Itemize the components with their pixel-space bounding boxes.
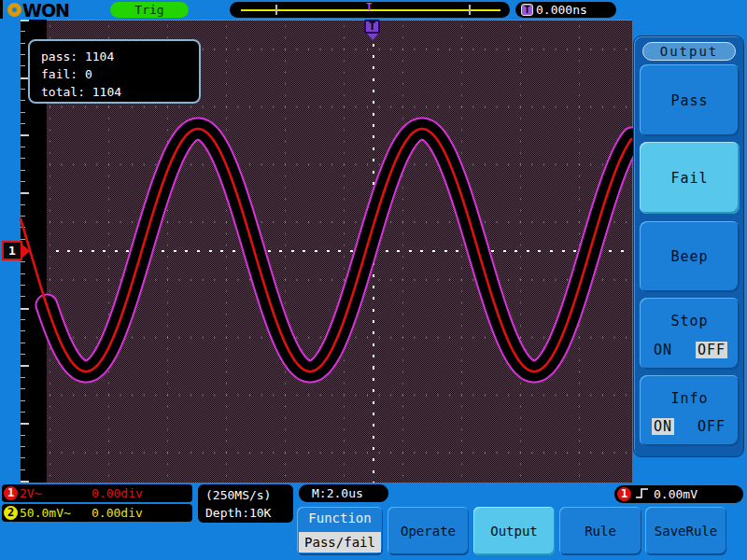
ch1-offset: 0.00div bbox=[92, 486, 143, 500]
bottom-status-bar: 1 2V~ 0.00div 2 50.0mV~ 0.00div (250MS/s… bbox=[0, 483, 747, 560]
ch2-status-readout: 2 50.0mV~ 0.00div bbox=[2, 504, 192, 522]
info-toggle-button[interactable]: Info ON OFF bbox=[640, 375, 740, 446]
operate-menu-button[interactable]: Operate bbox=[388, 507, 469, 555]
trigger-position-pointer-icon bbox=[367, 34, 378, 40]
output-menu-panel: Output Pass Fail Beep Stop ON OFF Info O… bbox=[633, 35, 744, 457]
graticule-center-vertical-line bbox=[373, 21, 374, 483]
pass-button-label: Pass bbox=[640, 92, 740, 109]
sample-rate: (250MS/s) bbox=[205, 486, 293, 504]
ch2-scale: 50.0mV~ bbox=[20, 506, 71, 520]
pass-fail-info-box: pass: 1104 fail: 0 total: 1104 bbox=[28, 39, 201, 104]
menu-title: Output bbox=[642, 42, 736, 61]
trigger-position-t-icon: T bbox=[364, 20, 380, 34]
screen-left-edge bbox=[0, 0, 3, 19]
trigger-time-value: 0.000ns bbox=[536, 3, 587, 17]
info-on-option[interactable]: ON bbox=[652, 418, 674, 435]
function-menu-value: Pass/fail bbox=[299, 532, 381, 553]
record-depth: Depth:10K bbox=[205, 504, 293, 522]
beep-button-label: Beep bbox=[640, 248, 740, 265]
stop-button-label: Stop bbox=[640, 313, 740, 329]
saverule-menu-button[interactable]: SaveRule bbox=[645, 507, 726, 555]
record-position-bar: T bbox=[230, 2, 510, 18]
ch2-offset: 0.00div bbox=[92, 506, 143, 520]
pass-button[interactable]: Pass bbox=[640, 64, 740, 136]
ch2-badge: 2 bbox=[4, 506, 18, 520]
ch1-marker-label: 1 bbox=[2, 241, 22, 260]
trigger-source-badge: 1 bbox=[617, 487, 631, 501]
trigger-position-marker[interactable]: T bbox=[364, 20, 380, 40]
pass-count-line: pass: 1104 bbox=[41, 48, 199, 65]
trigger-level-readout: 1 0.00mV bbox=[614, 485, 743, 503]
owon-logo: WON bbox=[7, 1, 69, 19]
output-menu-label: Output bbox=[473, 524, 555, 539]
rule-menu-label: Rule bbox=[559, 524, 641, 539]
function-menu-button[interactable]: Function Pass/fail bbox=[297, 507, 383, 555]
rising-edge-icon bbox=[635, 486, 650, 503]
record-position-tick-right bbox=[469, 5, 471, 15]
graticule-center-horizontal-line bbox=[21, 250, 632, 252]
output-menu-button[interactable]: Output bbox=[473, 507, 555, 555]
function-menu-label: Function bbox=[297, 511, 383, 525]
stop-on-option[interactable]: ON bbox=[652, 342, 674, 358]
ch1-badge: 1 bbox=[4, 486, 18, 500]
ch1-zero-level-marker[interactable]: 1 bbox=[2, 241, 30, 260]
stop-toggle-button[interactable]: Stop ON OFF bbox=[640, 298, 740, 370]
rule-menu-button[interactable]: Rule bbox=[559, 507, 641, 555]
total-count-line: total: 1104 bbox=[41, 83, 199, 101]
fail-button-label: Fail bbox=[640, 170, 740, 187]
ch1-marker-arrow-icon bbox=[22, 245, 30, 258]
beep-button[interactable]: Beep bbox=[640, 221, 740, 292]
trigger-level-value: 0.00mV bbox=[654, 487, 698, 501]
record-trigger-t-marker: T bbox=[366, 2, 373, 12]
trigger-time-readout: T 0.000ns bbox=[515, 2, 616, 18]
trigger-t-icon: T bbox=[521, 4, 533, 16]
fail-button[interactable]: Fail bbox=[640, 142, 740, 214]
info-off-option[interactable]: OFF bbox=[696, 418, 727, 435]
stop-off-option[interactable]: OFF bbox=[696, 342, 727, 358]
info-button-label: Info bbox=[640, 390, 740, 407]
operate-menu-label: Operate bbox=[388, 524, 469, 539]
acquisition-readout: (250MS/s) Depth:10K bbox=[198, 484, 293, 523]
saverule-menu-label: SaveRule bbox=[645, 524, 726, 539]
timebase-readout: M:2.0us bbox=[299, 484, 388, 502]
trigger-status-badge: Trig bbox=[110, 2, 189, 18]
ch1-status-readout: 1 2V~ 0.00div bbox=[2, 484, 192, 502]
fail-count-line: fail: 0 bbox=[41, 65, 199, 83]
owon-logo-text: WON bbox=[22, 0, 69, 21]
top-status-bar: WON Trig T T 0.000ns bbox=[0, 0, 747, 20]
owon-logo-ring-icon bbox=[7, 3, 21, 17]
ch1-scale: 2V~ bbox=[20, 486, 41, 500]
record-position-tick-left bbox=[275, 5, 277, 15]
